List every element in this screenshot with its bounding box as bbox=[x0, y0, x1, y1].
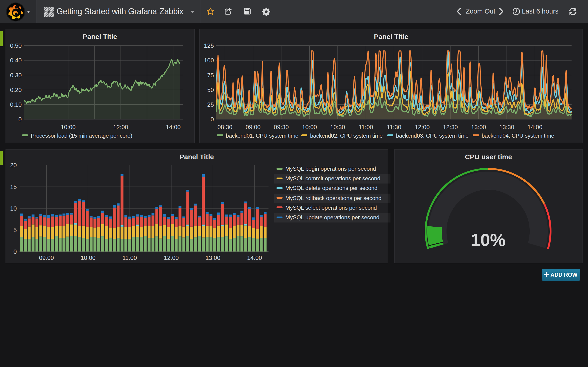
svg-text:5: 5 bbox=[13, 227, 17, 234]
svg-text:0.40: 0.40 bbox=[10, 57, 22, 64]
svg-text:12:00: 12:00 bbox=[113, 124, 128, 131]
svg-text:13:30: 13:30 bbox=[499, 124, 514, 131]
svg-text:125: 125 bbox=[204, 42, 214, 49]
svg-text:20: 20 bbox=[10, 162, 17, 169]
svg-text:100: 100 bbox=[204, 57, 214, 64]
svg-text:0.50: 0.50 bbox=[10, 42, 22, 49]
svg-text:09:00: 09:00 bbox=[246, 124, 260, 131]
svg-text:11:00: 11:00 bbox=[122, 254, 137, 261]
svg-text:14:00: 14:00 bbox=[247, 254, 262, 261]
svg-text:10:00: 10:00 bbox=[80, 254, 95, 261]
svg-text:Zoom Out: Zoom Out bbox=[466, 8, 495, 15]
svg-text:10:30: 10:30 bbox=[330, 124, 345, 131]
svg-text:10:00: 10:00 bbox=[61, 124, 75, 131]
svg-text:50: 50 bbox=[207, 86, 214, 93]
svg-text:11:00: 11:00 bbox=[359, 124, 373, 131]
svg-text:12:00: 12:00 bbox=[164, 254, 179, 261]
svg-text:13:00: 13:00 bbox=[205, 254, 220, 261]
svg-text:10:00: 10:00 bbox=[302, 124, 317, 131]
svg-text:08:30: 08:30 bbox=[217, 124, 233, 131]
svg-text:0.20: 0.20 bbox=[10, 86, 22, 93]
svg-text:12:00: 12:00 bbox=[415, 124, 430, 131]
svg-text:12:30: 12:30 bbox=[443, 124, 458, 131]
svg-text:0: 0 bbox=[211, 116, 214, 123]
svg-text:0: 0 bbox=[13, 248, 17, 255]
svg-text:0.30: 0.30 bbox=[10, 72, 22, 79]
svg-text:10%: 10% bbox=[471, 230, 506, 250]
svg-text:14:00: 14:00 bbox=[165, 124, 180, 131]
svg-text:09:00: 09:00 bbox=[39, 254, 54, 261]
svg-text:09:30: 09:30 bbox=[274, 124, 289, 131]
svg-text:15: 15 bbox=[10, 184, 17, 190]
svg-text:11:30: 11:30 bbox=[387, 124, 401, 131]
svg-text:Last 6 hours: Last 6 hours bbox=[522, 8, 559, 15]
svg-text:75: 75 bbox=[207, 72, 214, 79]
svg-text:25: 25 bbox=[207, 101, 214, 108]
svg-text:0: 0 bbox=[18, 116, 21, 123]
svg-text:0.10: 0.10 bbox=[10, 101, 22, 108]
svg-text:13:00: 13:00 bbox=[471, 124, 486, 131]
svg-text:10: 10 bbox=[10, 205, 17, 212]
svg-text:14:00: 14:00 bbox=[527, 124, 542, 131]
